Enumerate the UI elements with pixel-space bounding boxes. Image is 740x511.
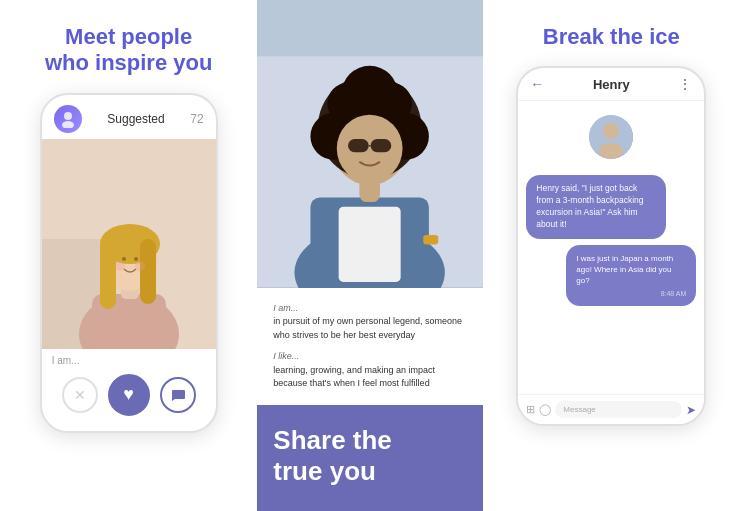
svg-rect-9 (100, 239, 116, 309)
sent-message: I was just in Japan a month ago! Where i… (566, 245, 696, 306)
chat-name: Henry (593, 77, 630, 92)
more-options-button[interactable]: ⋮ (678, 76, 692, 92)
message-input[interactable]: Message (555, 401, 682, 418)
send-button[interactable]: ➤ (686, 403, 696, 417)
svg-point-35 (599, 143, 623, 159)
mic-icon[interactable]: ◯ (539, 403, 551, 416)
received-message: Henry said, "I just got back from a 3-mo… (526, 175, 666, 239)
svg-point-13 (115, 261, 125, 271)
i-like-label: I like... (273, 351, 299, 361)
action-buttons: ✕ ♥ (52, 374, 206, 416)
middle-panel: I am... in pursuit of my own personal le… (257, 0, 482, 511)
i-am-text: in pursuit of my own personal legend, so… (273, 316, 462, 340)
back-button[interactable]: ← (530, 76, 544, 92)
i-like-text: learning, growing, and making an impact … (273, 365, 435, 389)
phone-bottom: I am... ✕ ♥ (42, 349, 216, 424)
svg-point-12 (134, 257, 138, 261)
middle-title: Share the true you (273, 425, 466, 487)
chat-profile-area (518, 107, 704, 167)
phone-header: Suggested 72 (42, 95, 216, 139)
left-title: Meet people who inspire you (45, 24, 212, 77)
svg-rect-10 (140, 239, 156, 304)
chat-input-bar: ⊞ ◯ Message ➤ (518, 394, 704, 424)
image-icon[interactable]: ⊞ (526, 403, 535, 416)
i-am-label: I am... (52, 355, 206, 366)
like-button[interactable]: ♥ (108, 374, 150, 416)
right-title: Break the ice (543, 24, 680, 50)
middle-bottom: Share the true you (257, 405, 482, 511)
chat-header: ← Henry ⋮ (518, 68, 704, 101)
suggested-count: 72 (190, 112, 203, 126)
svg-point-28 (337, 115, 403, 183)
svg-rect-30 (371, 139, 392, 152)
chat-avatar (589, 115, 633, 159)
svg-point-11 (122, 257, 126, 261)
bio-card: I am... in pursuit of my own personal le… (257, 288, 482, 405)
left-phone: Suggested 72 (40, 93, 218, 433)
chat-messages: Henry said, "I just got back from a 3-mo… (518, 171, 704, 310)
chat-action-icons: ⊞ ◯ (526, 403, 551, 416)
suggested-label: Suggested (107, 112, 164, 126)
message-time: 8:48 AM (576, 289, 686, 299)
avatar (54, 105, 82, 133)
svg-point-0 (64, 112, 72, 120)
svg-point-1 (62, 121, 74, 128)
dismiss-button[interactable]: ✕ (62, 377, 98, 413)
right-phone: ← Henry ⋮ Henry said, "I just got back f… (516, 66, 706, 426)
i-am-label: I am... (273, 303, 298, 313)
left-panel: Meet people who inspire you Suggested 72 (0, 0, 257, 511)
svg-rect-29 (348, 139, 369, 152)
svg-point-34 (603, 123, 619, 139)
svg-rect-19 (339, 207, 401, 282)
right-panel: Break the ice ← Henry ⋮ Henry said, "I j… (483, 0, 740, 511)
svg-rect-32 (424, 235, 439, 244)
profile-photo-left (42, 139, 216, 349)
message-button[interactable] (160, 377, 196, 413)
svg-point-14 (135, 261, 145, 271)
